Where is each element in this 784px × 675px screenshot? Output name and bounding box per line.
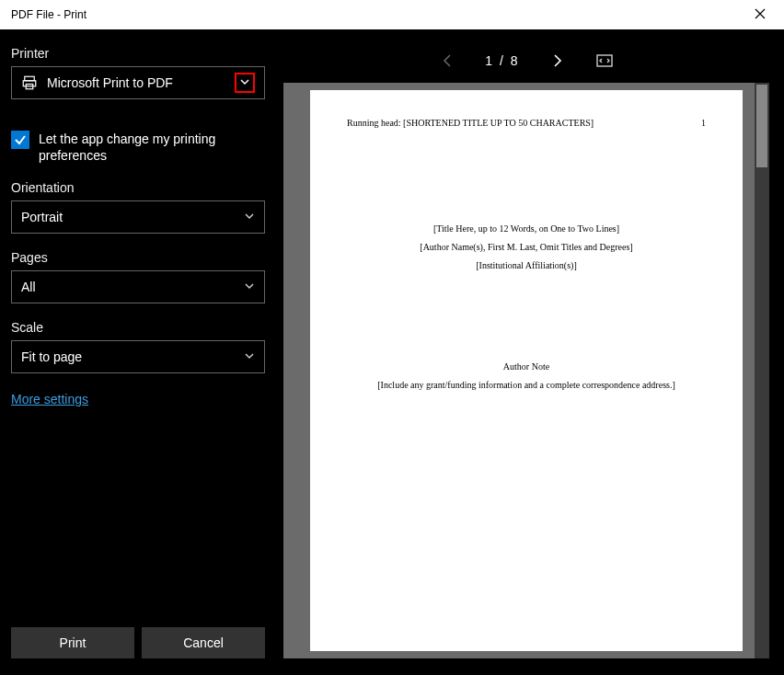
preferences-checkbox-row: Let the app change my printing preferenc… <box>11 131 265 164</box>
printer-group: Printer Microsoft Print to PDF <box>11 46 265 99</box>
preview-area: Running head: [SHORTENED TITLE UP TO 50 … <box>276 83 777 666</box>
running-head: Running head: [SHORTENED TITLE UP TO 50 … <box>347 118 706 128</box>
pages-dropdown[interactable]: All <box>11 270 265 303</box>
orientation-dropdown[interactable]: Portrait <box>11 200 265 234</box>
scrollbar-thumb[interactable] <box>756 85 767 167</box>
orientation-label: Orientation <box>11 180 265 195</box>
orientation-group: Orientation Portrait <box>11 180 265 234</box>
close-icon[interactable] <box>747 4 773 26</box>
prev-page-icon[interactable] <box>437 50 459 72</box>
next-page-icon[interactable] <box>546 50 568 72</box>
author-note-heading: Author Note <box>347 358 706 376</box>
doc-title: [Title Here, up to 12 Words, on One to T… <box>347 220 706 238</box>
action-buttons: Print Cancel <box>11 627 265 664</box>
cancel-button[interactable]: Cancel <box>142 627 265 658</box>
fit-to-window-icon[interactable] <box>594 50 616 72</box>
pages-selected: All <box>21 280 36 294</box>
running-head-text: Running head: [SHORTENED TITLE UP TO 50 … <box>347 118 594 128</box>
preferences-checkbox-label: Let the app change my printing preferenc… <box>39 131 265 164</box>
main-content: Printer Microsoft Print to PDF <box>0 29 784 675</box>
orientation-selected: Portrait <box>21 210 63 224</box>
document-page: Running head: [SHORTENED TITLE UP TO 50 … <box>310 90 743 651</box>
preview-scroll[interactable]: Running head: [SHORTENED TITLE UP TO 50 … <box>283 83 769 658</box>
scale-label: Scale <box>11 320 265 335</box>
scrollbar-track[interactable] <box>755 83 769 658</box>
printer-dropdown[interactable]: Microsoft Print to PDF <box>11 66 265 99</box>
page-separator: / <box>500 53 505 68</box>
printer-icon <box>21 74 38 91</box>
svg-rect-1 <box>23 81 36 86</box>
preview-toolbar: 1 / 8 <box>276 39 777 83</box>
settings-panel: Printer Microsoft Print to PDF <box>0 29 276 675</box>
titlebar: PDF File - Print <box>0 0 784 29</box>
chevron-down-icon <box>244 280 255 294</box>
author-note-body: [Include any grant/funding information a… <box>347 376 706 395</box>
pages-label: Pages <box>11 250 265 265</box>
more-settings-link[interactable]: More settings <box>11 392 265 406</box>
title-block: [Title Here, up to 12 Words, on One to T… <box>347 220 706 275</box>
window-title: PDF File - Print <box>11 8 86 21</box>
scale-selected: Fit to page <box>21 349 82 364</box>
scale-dropdown[interactable]: Fit to page <box>11 340 265 373</box>
page-number: 1 <box>701 118 706 128</box>
pages-group: Pages All <box>11 250 265 303</box>
chevron-down-icon <box>244 210 255 224</box>
printer-label: Printer <box>11 46 265 61</box>
author-note-block: Author Note [Include any grant/funding i… <box>347 358 706 395</box>
page-indicator: 1 / 8 <box>485 53 519 68</box>
printer-chevron-highlight <box>235 73 255 93</box>
print-button[interactable]: Print <box>11 627 134 658</box>
svg-rect-0 <box>25 76 35 81</box>
total-pages: 8 <box>511 53 520 68</box>
chevron-down-icon <box>244 349 255 364</box>
scale-group: Scale Fit to page <box>11 320 265 373</box>
doc-affiliation: [Institutional Affiliation(s)] <box>347 257 706 275</box>
preferences-checkbox[interactable] <box>11 131 29 149</box>
doc-author: [Author Name(s), First M. Last, Omit Tit… <box>347 238 706 257</box>
chevron-down-icon <box>239 75 250 90</box>
current-page: 1 <box>485 53 494 68</box>
printer-selected: Microsoft Print to PDF <box>47 75 173 90</box>
preview-panel: 1 / 8 Running head: [SHORTENED TITLE UP … <box>276 29 784 675</box>
